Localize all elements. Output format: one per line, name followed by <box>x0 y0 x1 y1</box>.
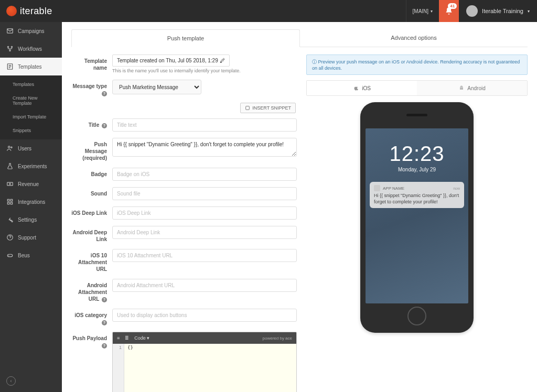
label-android-deeplink: Android Deep Link <box>71 226 112 243</box>
sidebar-sub-create-new[interactable]: Create New Template <box>0 91 62 110</box>
svg-rect-7 <box>7 182 13 186</box>
label-ios-category: iOS category ? <box>71 309 112 325</box>
help-icon[interactable]: ? <box>102 123 107 128</box>
sidebar-item-users[interactable]: Users <box>0 139 62 157</box>
android-icon <box>458 85 465 91</box>
project-switcher[interactable]: [MAIN] ▾ <box>406 0 439 22</box>
payload-code-editor[interactable]: ≡ ≣ Code ▾ powered by ace 1 {} <box>112 332 297 392</box>
template-name-help: This is the name you'll use to internall… <box>112 68 297 73</box>
user-name: Iterable Training <box>482 8 523 14</box>
message-type-select[interactable]: Push Marketing Message <box>112 80 201 94</box>
sidebar-item-templates[interactable]: Templates <box>0 58 62 75</box>
notification-preview: APP NAME now Hi {{ snippet "Dynamic Gree… <box>370 182 464 208</box>
sidebar-item-label: Settings <box>18 217 37 223</box>
os-tabs: iOS Android <box>306 80 528 96</box>
ios-deeplink-input[interactable] <box>112 206 297 220</box>
grid-icon <box>6 198 14 205</box>
logo[interactable]: iterable <box>6 6 52 17</box>
sidebar-item-integrations[interactable]: Integrations <box>0 193 62 211</box>
label-badge: Badge <box>71 168 112 178</box>
lock-screen-date: Monday, July 29 <box>366 167 468 172</box>
help-icon[interactable]: ? <box>102 91 107 96</box>
code-mode-label[interactable]: Code ▾ <box>134 335 149 341</box>
indent-icon[interactable]: ≡ <box>117 335 120 341</box>
outdent-icon[interactable]: ≣ <box>125 335 129 341</box>
svg-rect-11 <box>7 202 9 204</box>
code-toolbar: ≡ ≣ Code ▾ powered by ace <box>113 332 296 344</box>
sidebar-item-experiments[interactable]: Experiments <box>0 157 62 175</box>
os-tab-ios[interactable]: iOS <box>307 81 417 95</box>
tab-advanced-options[interactable]: Advanced options <box>300 29 528 47</box>
label-push-message: Push Message (required) <box>71 138 112 161</box>
ios-category-input[interactable] <box>112 309 297 322</box>
flask-icon <box>6 162 14 170</box>
topbar: iterable [MAIN] ▾ 41 Iterable Training ▾ <box>0 0 537 22</box>
code-gutter: 1 <box>113 344 124 392</box>
workflow-icon <box>6 45 14 52</box>
notifications-button[interactable]: 41 <box>439 0 459 22</box>
svg-rect-15 <box>246 106 250 110</box>
code-content[interactable]: {} <box>124 344 296 392</box>
help-icon[interactable]: ? <box>102 320 107 325</box>
envelope-icon <box>6 27 14 35</box>
sidebar-sub-snippets[interactable]: Snippets <box>0 124 62 137</box>
label-title: Title ? <box>71 118 112 128</box>
tab-push-template[interactable]: Push template <box>71 29 300 47</box>
svg-rect-12 <box>10 202 13 204</box>
project-label: [MAIN] <box>413 8 429 14</box>
preview-column: ⓘ Preview your push message on an iOS or… <box>306 55 528 392</box>
sidebar-item-support[interactable]: Support <box>0 228 62 246</box>
sidebar-item-campaigns[interactable]: Campaigns <box>0 22 62 40</box>
phone-screen: 12:23 Monday, July 29 APP NAME now Hi {{… <box>366 128 468 303</box>
title-input[interactable] <box>112 118 297 132</box>
sidebar-item-beus[interactable]: Beus <box>0 246 62 264</box>
svg-point-1 <box>7 46 8 47</box>
help-icon[interactable]: ? <box>102 297 107 302</box>
svg-rect-9 <box>7 199 9 201</box>
gamepad-icon <box>6 252 14 259</box>
sidebar-item-label: Templates <box>18 64 42 70</box>
phone-mock: 12:23 Monday, July 29 APP NAME now Hi {{… <box>360 102 474 333</box>
sidebar-subgroup-templates: Templates Create New Template Import Tem… <box>0 75 62 139</box>
sidebar-item-revenue[interactable]: Revenue <box>0 175 62 193</box>
badge-input[interactable] <box>112 168 297 181</box>
logo-mark-icon <box>6 6 17 16</box>
push-message-textarea[interactable]: Hi {{ snippet "Dynamic Greeting" }}, don… <box>112 138 297 157</box>
label-android-attachment: Android Attachment URL ? <box>71 279 112 302</box>
help-icon[interactable]: ? <box>102 343 107 349</box>
ios10-attachment-input[interactable] <box>112 249 297 262</box>
notif-timestamp: now <box>453 187 460 190</box>
app-name-label: APP NAME <box>383 186 404 191</box>
sidebar-item-workflows[interactable]: Workflows <box>0 40 62 58</box>
label-sound: Sound <box>71 187 112 197</box>
chevron-down-icon: ▾ <box>431 9 433 14</box>
insert-snippet-button[interactable]: INSERT SNIPPET <box>240 103 296 113</box>
main-content: Push template Advanced options Template … <box>62 22 537 392</box>
page-tabs: Push template Advanced options <box>71 29 528 47</box>
svg-point-8 <box>9 183 10 184</box>
sidebar-item-settings[interactable]: Settings <box>0 211 62 228</box>
android-attachment-input[interactable] <box>112 279 297 292</box>
sidebar-sub-templates[interactable]: Templates <box>0 78 62 91</box>
android-deeplink-input[interactable] <box>112 226 297 239</box>
app-icon <box>374 185 380 191</box>
sound-input[interactable] <box>112 187 297 200</box>
collapse-sidebar-button[interactable]: ‹ <box>0 370 62 392</box>
svg-point-6 <box>11 147 12 148</box>
template-name-input[interactable]: Template created on Thu, Jul 05 2018, 1:… <box>112 55 230 67</box>
sidebar: Campaigns Workflows Templates Templates … <box>0 22 62 392</box>
info-icon: ⓘ <box>312 59 317 64</box>
sidebar-item-label: Integrations <box>18 199 45 205</box>
snippet-icon <box>245 105 250 111</box>
user-menu[interactable]: Iterable Training ▾ <box>459 0 537 22</box>
label-message-type: Message type ? <box>71 80 112 96</box>
brand-name: iterable <box>20 6 52 17</box>
users-icon <box>6 145 14 152</box>
sidebar-item-label: Campaigns <box>18 28 45 34</box>
preview-info-banner: ⓘ Preview your push message on an iOS or… <box>306 55 528 75</box>
sidebar-sub-import[interactable]: Import Template <box>0 110 62 124</box>
os-tab-android[interactable]: Android <box>417 81 527 95</box>
sidebar-item-label: Beus <box>18 253 30 258</box>
avatar-icon <box>466 5 478 17</box>
svg-point-5 <box>8 146 10 148</box>
